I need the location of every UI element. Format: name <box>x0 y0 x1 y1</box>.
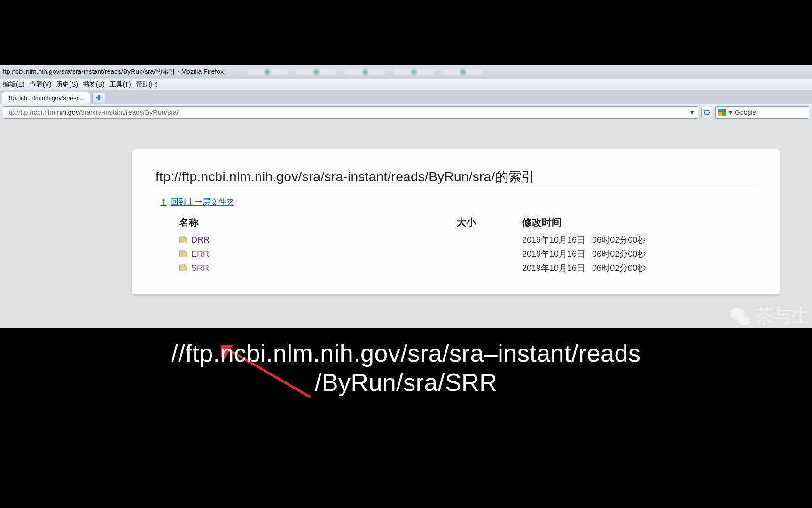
menu-tools[interactable]: 工具(T) <box>109 80 131 89</box>
subtitle-caption: //ftp.ncbi.nlm.nih.gov/sra/sra–instant/r… <box>0 339 812 397</box>
page-title: ftp://ftp.ncbi.nlm.nih.gov/sra/sra-insta… <box>156 168 756 188</box>
col-size: 大小 <box>456 216 522 229</box>
menu-history[interactable]: 历史(S) <box>56 80 78 89</box>
tab-strip: ftp.ncbi.nlm.nih.gov/sra/sr... ✚ <box>0 90 812 104</box>
search-engine-dropdown-icon[interactable]: ▾ <box>729 109 732 116</box>
wechat-icon <box>728 305 751 327</box>
dir-link-err[interactable]: ERR <box>191 249 209 259</box>
dir-link-srr[interactable]: SRR <box>191 263 209 273</box>
browser-window: ftp.ncbi.nlm.nih.gov/sra/sra-instant/rea… <box>0 65 812 328</box>
up-arrow-icon: ⬆ <box>160 197 167 207</box>
menu-edit[interactable]: 编辑(E) <box>3 80 25 89</box>
search-box[interactable]: ▾ Google <box>715 106 809 119</box>
folder-icon <box>179 251 187 257</box>
navigation-toolbar: ftp://ftp.ncbi.nlm.nih.gov/sra/sra-insta… <box>0 104 812 120</box>
taskbar-other-windows <box>246 68 484 76</box>
page-content: ftp://ftp.ncbi.nlm.nih.gov/sra/sra-insta… <box>0 120 812 328</box>
reload-button[interactable] <box>701 107 712 118</box>
folder-icon <box>179 237 187 243</box>
letterbox-top <box>0 0 812 65</box>
watermark: 茶与生 <box>728 304 809 328</box>
table-header: 名称 大小 修改时间 <box>179 216 756 229</box>
table-row: ERR 2019年10月16日 06时02分00秒 <box>179 247 756 261</box>
dir-link-drr[interactable]: DRR <box>191 235 210 245</box>
tab-label: ftp.ncbi.nlm.nih.gov/sra/sr... <box>9 95 83 102</box>
window-title: ftp.ncbi.nlm.nih.gov/sra/sra-instant/rea… <box>3 68 224 76</box>
menu-help[interactable]: 帮助(H) <box>136 80 158 89</box>
window-title-bar: ftp.ncbi.nlm.nih.gov/sra/sra-instant/rea… <box>0 65 812 79</box>
directory-listing-card: ftp://ftp.ncbi.nlm.nih.gov/sra/sra-insta… <box>132 149 780 294</box>
google-icon <box>718 109 726 116</box>
menu-view[interactable]: 查看(V) <box>30 80 52 89</box>
bookmarks-dropdown-icon[interactable]: ▾ <box>690 109 694 116</box>
url-input[interactable]: ftp://ftp.ncbi.nlm.nih.gov/sra/sra-insta… <box>3 106 698 119</box>
table-row: DRR 2019年10月16日 06时02分00秒 <box>179 233 756 247</box>
new-tab-button[interactable]: ✚ <box>92 93 105 103</box>
search-placeholder: Google <box>735 109 756 116</box>
table-row: SRR 2019年10月16日 06时02分00秒 <box>179 261 756 275</box>
tab-active[interactable]: ftp.ncbi.nlm.nih.gov/sra/sr... <box>2 92 90 104</box>
reload-icon <box>703 109 710 116</box>
col-name: 名称 <box>179 216 456 229</box>
directory-table: 名称 大小 修改时间 DRR 2019年10月16日 06时02分00秒 <box>179 216 756 275</box>
col-mtime: 修改时间 <box>522 216 672 229</box>
menu-bookmarks[interactable]: 书签(B) <box>83 80 105 89</box>
folder-icon <box>179 265 187 271</box>
menu-bar: 编辑(E) 查看(V) 历史(S) 书签(B) 工具(T) 帮助(H) <box>0 79 812 90</box>
parent-directory-link[interactable]: ⬆ 回到上一层文件夹 <box>160 197 756 207</box>
